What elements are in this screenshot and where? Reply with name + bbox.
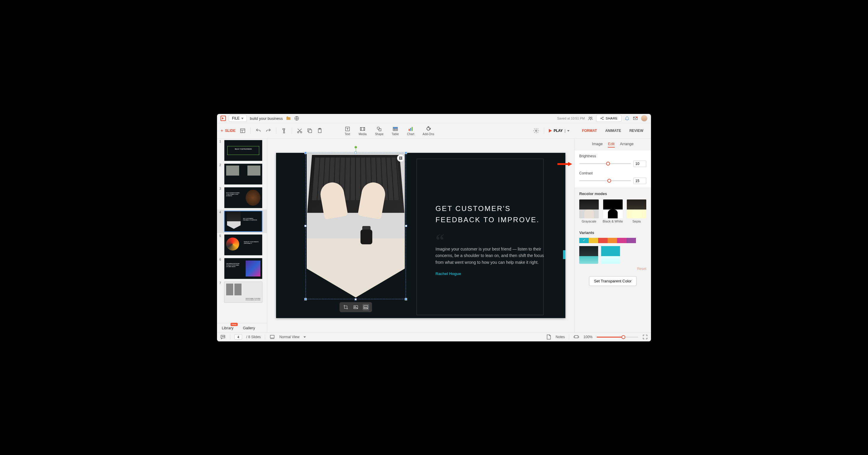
variants-reset[interactable]: Reset [579,267,646,271]
fullscreen-icon[interactable] [642,334,648,340]
variant-swatch[interactable] [608,238,617,243]
insert-media-button[interactable]: Media [359,126,367,136]
variant-swatch[interactable] [589,238,598,243]
file-menu-button[interactable]: FILE [229,115,247,122]
insert-shape-button[interactable]: Shape [375,126,383,136]
layout-icon[interactable] [240,128,246,134]
mail-icon[interactable] [633,116,638,121]
annotation-arrow-icon [557,162,572,166]
view-mode-label[interactable]: Normal View [279,335,299,339]
bell-icon[interactable] [624,116,630,121]
panel-tabs: FORMAT ANIMATE REVIEW [578,127,647,135]
variant-swatch[interactable] [617,238,626,243]
brightness-input[interactable] [633,161,646,167]
variant-swatch[interactable] [579,238,589,243]
resize-handle[interactable] [354,298,356,300]
image-floating-toolbar [340,302,372,312]
resize-handle[interactable] [304,298,307,300]
insert-table-button[interactable]: Table [392,126,399,136]
resize-handle[interactable] [405,152,407,154]
slide-thumbnail[interactable]: 3BUILD A SALES FUNNEL TO AUTOMATE YOUR B… [217,186,267,209]
set-transparent-color-button[interactable]: Set Transparent Color [589,276,637,286]
recolor-bw[interactable]: Black & White [602,199,623,223]
app-window: FILE build your business Saved at 10:51 … [217,114,651,342]
redo-icon[interactable] [266,128,271,134]
library-tab[interactable]: LibraryNew [217,323,238,332]
slide-canvas[interactable]: 🖼 [276,153,565,318]
recolor-grayscale[interactable]: Grayscale [579,199,599,223]
variant-swatch[interactable] [598,238,608,243]
slide-headline[interactable]: GET CUSTOMER'S FEEDBACK TO IMPROVE. [435,203,548,226]
slide-count-label: / 8 Slides [246,335,261,339]
variant-preview[interactable] [579,246,598,264]
user-avatar[interactable] [641,115,647,122]
gallery-tab[interactable]: Gallery [238,323,260,332]
image-icon[interactable] [352,304,359,311]
slide-thumbnail[interactable]: 7REPROGRAM YOUR MIND FOR BUSINESS SUCCES… [217,280,267,304]
variant-swatch[interactable] [626,238,636,243]
contrast-slider[interactable] [579,180,631,181]
insert-addons-button[interactable]: Add-Ons [423,126,434,136]
svg-point-29 [222,336,223,337]
share-button[interactable]: SHARE [596,115,621,122]
slide-thumbnail[interactable]: 4GET CUSTOMERS FEEDBACK TO IMPROVE [217,209,267,233]
tab-review[interactable]: REVIEW [625,127,647,135]
folder-icon[interactable] [286,116,291,121]
zoom-slider[interactable] [597,337,638,337]
slide-thumbnails-panel: 1BUILD YOUR BUSINESS 2 3BUILD A SALES FU… [217,139,267,332]
rotate-handle[interactable] [354,146,357,149]
format-painter-icon[interactable] [281,128,287,134]
canvas-area: 🖼 [267,139,574,332]
variant-color-swatches [579,238,646,243]
brightness-slider[interactable] [579,163,631,164]
insert-chart-button[interactable]: Chart [407,126,414,136]
slide-thumbnail[interactable]: 5DEVELOP YOUR BRAND'S PERSONALITY [217,233,267,257]
copy-icon[interactable] [307,128,313,134]
subtab-arrange[interactable]: Arrange [620,142,633,148]
slide-thumbnail[interactable]: 2 [217,162,267,186]
current-slide-input[interactable] [235,334,242,339]
selected-image[interactable]: 🖼 [306,153,406,299]
notes-icon[interactable] [546,334,552,340]
comments-icon[interactable] [220,334,226,340]
view-mode-icon[interactable] [269,334,275,340]
play-button[interactable]: PLAY | [549,129,569,133]
collaborators-icon[interactable] [588,116,593,121]
slide-thumbnail[interactable]: 1BUILD YOUR BUSINESS [217,139,267,162]
image-mask-icon[interactable] [363,304,369,311]
crop-icon[interactable] [342,304,349,311]
resize-handle[interactable] [405,225,407,227]
contrast-input[interactable] [633,177,646,184]
resize-handle[interactable] [304,225,306,227]
svg-point-7 [636,117,638,118]
document-title[interactable]: build your business [250,116,283,121]
slide-author[interactable]: Rachel Hogue [435,271,548,276]
globe-icon[interactable] [294,116,299,121]
insert-text-button[interactable]: Text [345,126,350,136]
brightness-label: Brightness [579,154,646,158]
subtab-image[interactable]: Image [592,142,602,148]
settings-icon[interactable] [533,128,539,134]
chevron-down-icon[interactable] [304,336,306,338]
cut-icon[interactable] [297,128,303,134]
play-icon [549,129,552,132]
svg-point-4 [602,117,603,118]
undo-icon[interactable] [255,128,261,134]
resize-handle[interactable] [354,152,356,154]
slide-text-block: GET CUSTOMER'S FEEDBACK TO IMPROVE. “ Im… [435,203,548,276]
fit-icon[interactable] [574,334,579,340]
recolor-sepia[interactable]: Sepia [627,199,646,223]
subtab-edit[interactable]: Edit [608,142,614,148]
chevron-down-icon[interactable] [567,130,569,132]
slide-thumbnail[interactable]: 6USE MEDIA EXPOSURE TO BUILD YOUR EMAIL … [217,257,267,280]
new-slide-button[interactable]: + SLIDE [221,128,236,133]
variant-preview[interactable] [601,246,620,264]
tab-format[interactable]: FORMAT [578,127,601,135]
resize-handle[interactable] [405,298,407,300]
slide-body[interactable]: Imagine your customer is your best frien… [435,246,548,266]
resize-handle[interactable] [304,152,307,154]
svg-rect-22 [411,127,412,131]
paste-icon[interactable] [317,128,323,134]
tab-animate[interactable]: ANIMATE [601,127,625,135]
notes-label[interactable]: Notes [556,335,565,339]
